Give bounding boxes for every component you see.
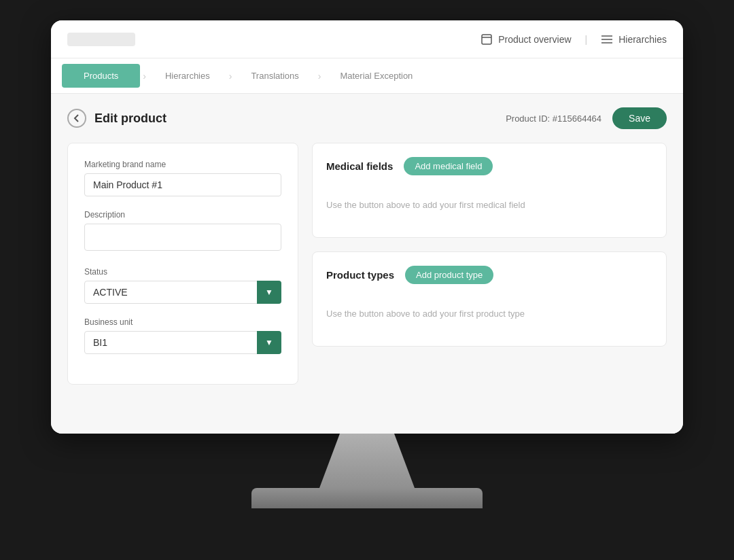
add-medical-field-button[interactable]: Add medical field — [404, 157, 493, 175]
left-panel: Marketing brand name Description Status … — [67, 143, 298, 385]
description-group: Description — [84, 210, 281, 253]
edit-product-title: Edit product — [94, 111, 167, 126]
stand-neck — [299, 434, 435, 488]
business-unit-label: Business unit — [84, 317, 281, 327]
product-id-label: Product ID: #115664464 — [506, 113, 601, 124]
status-label: Status — [84, 267, 281, 277]
status-select-wrapper: ACTIVE INACTIVE ▼ — [84, 281, 281, 304]
edit-header-right: Product ID: #115664464 Save — [506, 107, 667, 129]
step-bar: Products › Hierarchies › Translations › … — [51, 58, 683, 94]
chevron-icon-1: › — [143, 71, 146, 82]
nav-right: Product overview | Hierarchies — [480, 33, 667, 46]
hierarchies-label: Hierarchies — [618, 34, 667, 45]
product-overview-label: Product overview — [498, 34, 571, 45]
medical-fields-header: Medical fields Add medical field — [326, 157, 652, 175]
business-unit-select[interactable]: BI1 BI2 BI3 — [84, 331, 281, 354]
edit-header-left: Edit product — [67, 109, 167, 128]
medical-fields-title: Medical fields — [326, 160, 393, 172]
product-types-card: Product types Add product type Use the b… — [312, 251, 667, 347]
marketing-brand-name-group: Marketing brand name — [84, 160, 281, 196]
back-button[interactable] — [67, 109, 86, 128]
nav-separator: | — [585, 34, 588, 45]
description-label: Description — [84, 210, 281, 220]
status-group: Status ACTIVE INACTIVE ▼ — [84, 267, 281, 304]
top-nav: Product overview | Hierarchies — [51, 20, 683, 58]
main-content: Edit product Product ID: #115664464 Save… — [51, 94, 683, 434]
product-types-header: Product types Add product type — [326, 266, 652, 284]
menu-icon — [601, 33, 613, 46]
hierarchies-nav[interactable]: Hierarchies — [601, 33, 667, 46]
product-types-title: Product types — [326, 269, 394, 281]
right-panel: Medical fields Add medical field Use the… — [312, 143, 667, 385]
business-unit-select-wrapper: BI1 BI2 BI3 ▼ — [84, 331, 281, 354]
step-translations[interactable]: Translations — [234, 64, 315, 88]
medical-fields-card: Medical fields Add medical field Use the… — [312, 143, 667, 238]
window-icon — [480, 33, 493, 46]
chevron-icon-3: › — [318, 71, 321, 82]
marketing-brand-name-label: Marketing brand name — [84, 160, 281, 169]
monitor-stand — [251, 434, 483, 508]
add-product-type-button[interactable]: Add product type — [405, 266, 493, 284]
status-select[interactable]: ACTIVE INACTIVE — [84, 281, 281, 304]
two-col-layout: Marketing brand name Description Status … — [67, 143, 667, 385]
step-hierarchies[interactable]: Hierarchies — [149, 64, 226, 88]
description-input[interactable] — [84, 224, 281, 251]
product-overview-nav[interactable]: Product overview — [480, 33, 571, 46]
product-types-empty-text: Use the button above to add your first p… — [326, 295, 652, 332]
step-products[interactable]: Products — [62, 64, 140, 88]
medical-fields-empty-text: Use the button above to add your first m… — [326, 186, 652, 224]
svg-rect-0 — [482, 35, 491, 44]
marketing-brand-name-input[interactable] — [84, 173, 281, 196]
logo — [67, 33, 135, 46]
stand-base — [251, 488, 483, 508]
step-material-exception[interactable]: Material Exception — [324, 64, 429, 88]
save-button[interactable]: Save — [612, 107, 667, 129]
chevron-icon-2: › — [229, 71, 232, 82]
edit-header: Edit product Product ID: #115664464 Save — [67, 107, 667, 129]
business-unit-group: Business unit BI1 BI2 BI3 ▼ — [84, 317, 281, 354]
